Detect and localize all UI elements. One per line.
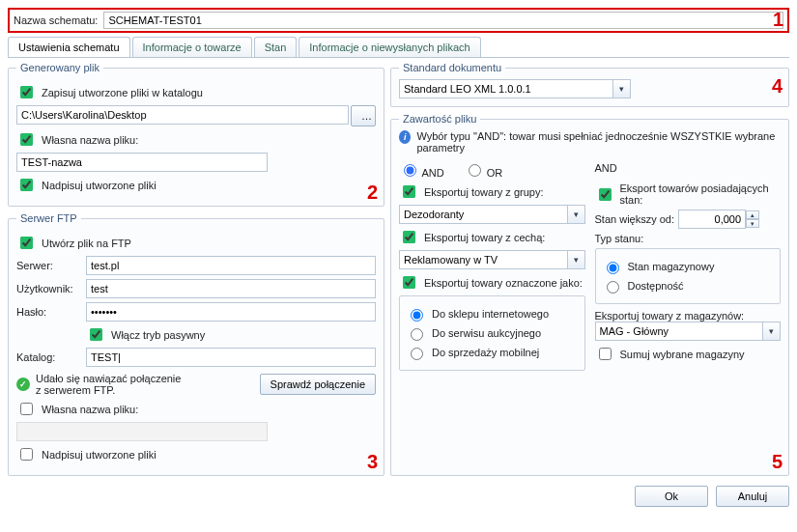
annotation-3: 3 xyxy=(367,451,378,473)
chevron-down-icon[interactable]: ▾ xyxy=(612,80,630,98)
stock-gt-input[interactable] xyxy=(678,210,746,229)
tab-unsent-files[interactable]: Informacje o niewysłanych plikach xyxy=(299,37,480,57)
save-in-dir-checkbox[interactable] xyxy=(20,86,33,98)
ok-button[interactable]: Ok xyxy=(635,486,708,507)
tab-product-info[interactable]: Informacje o towarze xyxy=(132,37,252,57)
overwrite-checkbox[interactable] xyxy=(20,179,33,191)
browse-button[interactable]: … xyxy=(351,105,376,126)
ftp-user-input[interactable] xyxy=(86,279,376,298)
ftp-create-label: Utwórz plik na FTP xyxy=(42,238,131,249)
schema-name-row: Nazwa schematu: 1 xyxy=(8,8,789,33)
ok-icon: ✓ xyxy=(16,378,30,391)
ftp-server-input[interactable] xyxy=(86,256,376,275)
and-radio[interactable] xyxy=(404,164,416,177)
stock-type-mag-radio[interactable] xyxy=(607,262,619,274)
own-name-label: Własna nazwa pliku: xyxy=(42,134,138,146)
ftp-pass-input[interactable] xyxy=(86,302,376,322)
annotation-4: 4 xyxy=(772,75,783,98)
content-legend: Zawartość pliku xyxy=(399,113,480,125)
dest-mobile-radio[interactable] xyxy=(411,348,423,360)
annotation-5: 5 xyxy=(772,451,783,473)
standard-legend: Standard dokumentu xyxy=(399,62,505,73)
or-radio[interactable] xyxy=(469,164,481,177)
standard-select[interactable] xyxy=(399,79,631,98)
ftp-overwrite-label: Nadpisuj utworzone pliki xyxy=(42,449,157,461)
mag-select[interactable] xyxy=(595,322,782,341)
ftp-server-label: Serwer: xyxy=(16,260,80,271)
exp-stock-checkbox[interactable] xyxy=(599,188,612,201)
ftp-group: Serwer FTP Utwórz plik na FTP Serwer: Uż… xyxy=(8,212,384,476)
info-icon: i xyxy=(399,130,411,144)
content-group: Zawartość pliku i Wybór typu "AND": towa… xyxy=(390,113,789,476)
dest-auction-radio[interactable] xyxy=(411,328,423,341)
ftp-status-text: Udało się nawiązać połączenie z serwerem… xyxy=(36,373,181,396)
check-connection-button[interactable]: Sprawdź połączenie xyxy=(260,374,376,395)
generated-file-group: Generowany plik Zapisuj utworzone pliki … xyxy=(8,62,384,207)
ftp-dir-label: Katalog: xyxy=(16,351,80,363)
ftp-passive-label: Włącz tryb pasywny xyxy=(111,329,205,341)
and-heading: AND xyxy=(595,157,782,179)
exp-mag-label: Eksportuj towary z magazynów: xyxy=(595,310,782,322)
save-in-dir-label: Zapisuj utworzone pliki w katalogu xyxy=(42,87,203,98)
ftp-own-name-label: Własna nazwa pliku: xyxy=(42,404,138,415)
feat-select[interactable] xyxy=(399,250,585,269)
annotation-1: 1 xyxy=(773,9,783,31)
stock-type-avail-radio[interactable] xyxy=(607,281,619,294)
exp-feat-checkbox[interactable] xyxy=(403,231,415,243)
ftp-pass-label: Hasło: xyxy=(16,306,80,318)
tab-settings[interactable]: Ustawienia schematu xyxy=(8,37,130,57)
stock-gt-label: Stan większy od: xyxy=(595,213,675,225)
ftp-dir-input[interactable] xyxy=(86,348,376,367)
ftp-overwrite-checkbox[interactable] xyxy=(20,448,33,461)
dest-shop-radio[interactable] xyxy=(411,309,423,322)
schema-name-label: Nazwa schematu: xyxy=(14,14,98,26)
sum-mag-checkbox[interactable] xyxy=(599,348,612,360)
schema-name-input[interactable] xyxy=(103,12,783,29)
footer: Ok Anuluj xyxy=(8,486,789,507)
tabs: Ustawienia schematu Informacje o towarze… xyxy=(8,37,789,58)
generated-file-legend: Generowany plik xyxy=(16,62,103,73)
ftp-own-name-checkbox[interactable] xyxy=(20,403,33,415)
group-select[interactable] xyxy=(399,205,585,224)
content-info-text: Wybór typu "AND": towar musi spełniać je… xyxy=(416,130,781,154)
overwrite-label: Nadpisuj utworzone pliki xyxy=(42,180,157,191)
ftp-own-name-input xyxy=(16,422,268,441)
spin-down-icon[interactable]: ▾ xyxy=(746,219,759,228)
chevron-down-icon[interactable]: ▾ xyxy=(762,322,780,340)
ftp-legend: Serwer FTP xyxy=(16,212,81,224)
ftp-create-checkbox[interactable] xyxy=(20,237,33,249)
file-name-input[interactable] xyxy=(16,153,268,172)
cancel-button[interactable]: Anuluj xyxy=(716,486,789,507)
ftp-user-label: Użytkownik: xyxy=(16,283,80,294)
exp-group-checkbox[interactable] xyxy=(403,185,415,198)
chevron-down-icon[interactable]: ▾ xyxy=(567,251,584,268)
chevron-down-icon[interactable]: ▾ xyxy=(567,206,584,223)
annotation-2: 2 xyxy=(367,182,378,204)
exp-marked-checkbox[interactable] xyxy=(403,276,415,289)
standard-group: Standard dokumentu ▾ 4 xyxy=(390,62,789,107)
spin-up-icon[interactable]: ▴ xyxy=(746,210,759,219)
path-input[interactable] xyxy=(16,105,349,125)
own-name-checkbox[interactable] xyxy=(20,133,33,146)
tab-stock[interactable]: Stan xyxy=(254,37,298,57)
ftp-passive-checkbox[interactable] xyxy=(90,328,102,341)
stock-type-label: Typ stanu: xyxy=(595,233,782,244)
